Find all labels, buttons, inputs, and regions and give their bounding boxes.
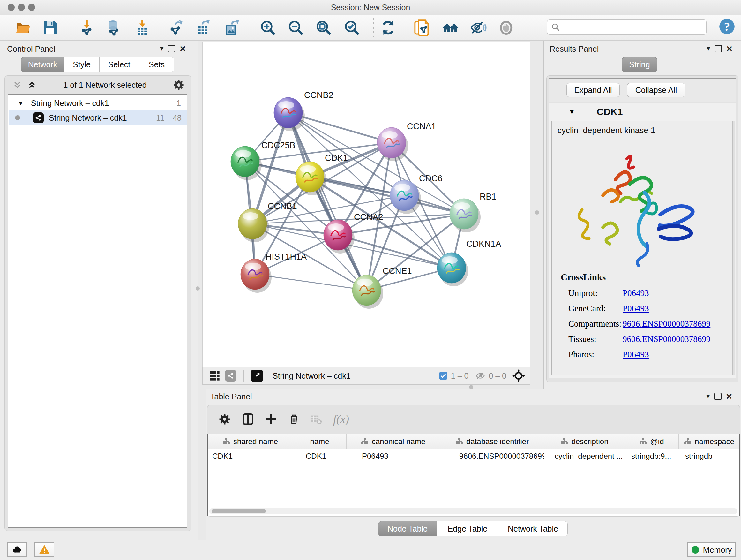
houses-icon[interactable]: [442, 19, 459, 36]
save-session-icon[interactable]: [42, 19, 59, 36]
control-panel-close-icon[interactable]: ×: [180, 46, 186, 52]
import-network-file-icon[interactable]: [78, 19, 95, 36]
zoom-fit-icon[interactable]: [315, 19, 332, 36]
export-network-icon[interactable]: [167, 19, 184, 36]
string-results-container: Expand All Collapse All ▼ CDK1 cyclin–de…: [546, 75, 738, 382]
network-graph: CCNB2CCNA1CDC25BCDK1CDC6RB1CCNB1CCNA2CDK…: [203, 42, 530, 367]
crosslink-label: Uniprot:: [568, 288, 598, 298]
crosslink-label: GeneCard:: [568, 304, 606, 314]
export-table-icon[interactable]: [195, 19, 211, 36]
tab-network[interactable]: Network: [21, 57, 64, 72]
hidden-count: 0 – 0: [488, 371, 507, 381]
table-row[interactable]: CDK1 CDK1 P06493 9606.ENSP00000378699 cy…: [208, 449, 739, 463]
string-import-icon[interactable]: [414, 19, 430, 36]
export-image-icon[interactable]: [223, 19, 240, 36]
import-table-file-icon[interactable]: [134, 19, 151, 36]
tab-style[interactable]: Style: [64, 57, 99, 72]
node-label: CCNB1: [268, 201, 297, 211]
zoom-out-icon[interactable]: [287, 19, 304, 36]
results-panel-menu-icon[interactable]: ▾: [706, 44, 710, 53]
network-node-RB1[interactable]: RB1: [450, 192, 496, 233]
table-hscrollbar-track[interactable]: [209, 508, 738, 514]
zoom-in-icon[interactable]: [260, 19, 276, 36]
lens-icon[interactable]: [498, 19, 515, 36]
network-options-gear-icon[interactable]: [173, 79, 184, 90]
network-node-HIST1H1A[interactable]: HIST1H1A: [241, 252, 307, 293]
selected-checkbox-icon[interactable]: [439, 371, 448, 380]
crosslink-uniprot-link[interactable]: P06493: [623, 288, 649, 298]
network-node-CDKN1A[interactable]: CDKN1A: [437, 239, 501, 287]
birdseye-toggle-icon[interactable]: [251, 370, 263, 382]
bottom-splitter-handle[interactable]: [469, 385, 473, 389]
table-gear-icon[interactable]: [219, 414, 230, 425]
string-network-icon: [33, 112, 44, 123]
column-header-id[interactable]: @id: [625, 434, 679, 449]
network-node-CCNE1[interactable]: CCNE1: [352, 266, 412, 309]
tab-edge-table[interactable]: Edge Table: [437, 521, 498, 537]
table-panel-float-icon[interactable]: [714, 393, 722, 400]
network-edge[interactable]: [255, 274, 367, 290]
network-edge[interactable]: [288, 113, 367, 290]
pan-crosshair-icon[interactable]: [512, 369, 525, 382]
gene-collapse-icon[interactable]: ▼: [569, 108, 575, 116]
import-network-database-icon[interactable]: [105, 19, 122, 36]
grid-view-icon[interactable]: [210, 371, 220, 381]
left-splitter-handle[interactable]: [196, 287, 200, 291]
results-panel-float-icon[interactable]: [715, 45, 722, 52]
warning-button[interactable]: [35, 543, 54, 557]
table-panel-menu-icon[interactable]: ▾: [706, 392, 710, 400]
expand-all-tree-icon[interactable]: [12, 80, 22, 90]
column-header-database-identifier[interactable]: database identifier: [440, 434, 544, 449]
hidden-eye-icon[interactable]: [475, 371, 485, 381]
expand-all-button[interactable]: Expand All: [566, 83, 620, 97]
node-label: CDC25B: [261, 140, 295, 150]
crosslink-tissues-link[interactable]: 9606.ENSP00000378699: [623, 334, 711, 344]
network-node-CDC25B[interactable]: CDC25B: [231, 140, 295, 180]
cloud-button[interactable]: [7, 543, 27, 557]
network-node-CCNB2[interactable]: CCNB2: [274, 90, 333, 131]
share-view-icon[interactable]: [225, 370, 237, 381]
function-builder-icon[interactable]: f(x): [333, 413, 349, 426]
open-session-icon[interactable]: [15, 19, 31, 36]
column-header-namespace[interactable]: namespace: [679, 434, 739, 449]
tab-sets[interactable]: Sets: [139, 57, 174, 72]
control-panel-menu-icon[interactable]: ▾: [160, 44, 163, 53]
crosslink-genecard-link[interactable]: P06493: [623, 304, 649, 314]
network-collection-row[interactable]: ▼ String Network – cdk1 1: [9, 96, 187, 111]
network-node-CDC6[interactable]: CDC6: [390, 174, 443, 214]
add-column-icon[interactable]: [266, 414, 277, 425]
results-scrollbar[interactable]: [732, 121, 735, 375]
select-columns-icon[interactable]: [242, 413, 254, 425]
column-header-name[interactable]: name: [293, 434, 347, 449]
network-row[interactable]: String Network – cdk1 11 48: [9, 111, 187, 125]
column-header-shared-name[interactable]: shared name: [208, 434, 293, 449]
network-canvas[interactable]: CCNB2CCNA1CDC25BCDK1CDC6RB1CCNB1CCNA2CDK…: [202, 42, 530, 367]
column-header-canonical-name[interactable]: canonical name: [347, 434, 440, 449]
tab-string[interactable]: String: [622, 57, 657, 72]
hide-glass-effect-icon[interactable]: [470, 19, 487, 36]
tab-select[interactable]: Select: [99, 57, 139, 72]
tree-expand-icon[interactable]: ▼: [17, 100, 24, 107]
refresh-layout-icon[interactable]: [380, 19, 396, 36]
table-panel-close-icon[interactable]: ×: [726, 393, 732, 399]
column-type-icon: [560, 438, 568, 445]
right-splitter-handle[interactable]: [535, 210, 539, 214]
collapse-all-button[interactable]: Collapse All: [627, 83, 685, 97]
delete-column-icon[interactable]: [288, 414, 299, 425]
table-hscrollbar-thumb[interactable]: [212, 509, 266, 513]
control-panel: Control Panel ▾ × Network Style Select S…: [0, 41, 198, 540]
delete-table-icon[interactable]: [311, 414, 322, 425]
column-header-description[interactable]: description: [544, 434, 625, 449]
crosslink-pharos-link[interactable]: P06493: [623, 350, 649, 360]
crosslink-compartments-link[interactable]: 9606.ENSP00000378699: [623, 319, 711, 329]
tab-node-table[interactable]: Node Table: [378, 521, 437, 537]
help-icon[interactable]: ?: [719, 18, 735, 35]
results-panel-close-icon[interactable]: ×: [726, 46, 732, 52]
zoom-selected-icon[interactable]: [344, 19, 360, 36]
memory-button[interactable]: Memory: [687, 543, 736, 557]
collapse-all-tree-icon[interactable]: [27, 80, 37, 90]
control-panel-float-icon[interactable]: [168, 45, 175, 52]
tab-network-table[interactable]: Network Table: [498, 521, 568, 537]
search-input[interactable]: [547, 19, 706, 35]
network-node-CCNA1[interactable]: CCNA1: [377, 122, 436, 161]
